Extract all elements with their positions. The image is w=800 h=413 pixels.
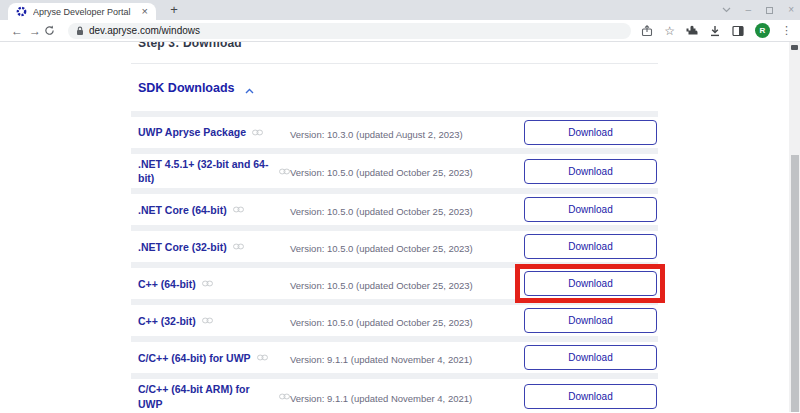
extensions-puzzle-icon[interactable]	[686, 25, 698, 37]
package-name: C/C++ (64-bit ARM) for UWP	[138, 382, 273, 410]
version-cell: Version: 9.1.1 (updated November 4, 2021…	[290, 388, 524, 406]
download-row: .NET 4.5.1+ (32-bit and 64-bit) Version:…	[131, 154, 658, 188]
package-name: .NET Core (64-bit)	[138, 203, 227, 217]
package-name: .NET 4.5.1+ (32-bit and 64-bit)	[138, 157, 273, 185]
package-cell: C++ (32-bit)	[138, 314, 290, 328]
download-cell: Download	[524, 345, 658, 370]
browser-window: Apryse Developer Portal × + – × ← →	[0, 0, 800, 413]
page-scrollbar[interactable]	[789, 42, 800, 412]
version-text: Version: 10.5.0 (updated October 25, 202…	[290, 167, 473, 178]
reload-button[interactable]	[44, 25, 62, 36]
browser-tab[interactable]: Apryse Developer Portal ×	[8, 3, 156, 20]
link-icon[interactable]	[202, 317, 213, 324]
link-icon[interactable]	[257, 354, 268, 361]
toolbar-actions: ☆ R ⋮	[641, 23, 792, 38]
download-cell: Download	[524, 120, 658, 145]
version-cell: Version: 9.1.1 (updated November 4, 2021…	[290, 349, 524, 367]
window-controls: – ×	[722, 0, 794, 20]
tab-title: Apryse Developer Portal	[33, 7, 140, 17]
share-icon[interactable]	[641, 25, 653, 37]
download-button[interactable]: Download	[524, 271, 657, 296]
step-heading: Step 3: Download	[138, 42, 658, 50]
url-text[interactable]: dev.apryse.com/windows	[89, 25, 200, 36]
window-close-button[interactable]: ×	[788, 5, 794, 15]
download-row: C++ (32-bit) Version: 10.5.0 (updated Oc…	[131, 305, 658, 336]
package-cell: .NET Core (32-bit)	[138, 240, 290, 254]
version-text: Version: 10.3.0 (updated August 2, 2023)	[290, 129, 463, 140]
bookmark-star-icon[interactable]: ☆	[664, 25, 675, 37]
content-divider	[131, 63, 658, 64]
version-cell: Version: 10.5.0 (updated October 25, 202…	[290, 238, 524, 256]
apryse-favicon-icon	[16, 6, 27, 17]
new-tab-button[interactable]: +	[166, 2, 182, 18]
version-text: Version: 9.1.1 (updated November 4, 2021…	[290, 393, 472, 404]
tab-close-icon[interactable]: ×	[140, 6, 150, 17]
section-title: SDK Downloads	[138, 81, 235, 95]
step-heading-clip: Step 3: Download	[138, 42, 658, 53]
download-cell: Download	[524, 308, 658, 333]
page-viewport: Step 3: Download SDK Downloads UWP Aprys…	[0, 42, 800, 412]
package-name: C/C++ (64-bit) for UWP	[138, 351, 251, 365]
download-cell: Download	[524, 271, 658, 296]
page-content: Step 3: Download SDK Downloads UWP Aprys…	[131, 42, 658, 412]
maximize-button[interactable]	[766, 7, 773, 14]
version-cell: Version: 10.3.0 (updated August 2, 2023)	[290, 124, 524, 142]
download-button[interactable]: Download	[524, 197, 657, 222]
version-text: Version: 9.1.1 (updated November 4, 2021…	[290, 354, 472, 365]
address-bar[interactable]: dev.apryse.com/windows	[68, 23, 631, 39]
side-panel-icon[interactable]	[732, 25, 744, 37]
browser-toolbar: ← → dev.apryse.com/windows ☆	[0, 20, 800, 42]
download-cell: Download	[524, 384, 658, 409]
profile-avatar[interactable]: R	[755, 23, 770, 38]
download-row: UWP Apryse Package Version: 10.3.0 (upda…	[131, 117, 658, 148]
scrollbar-thumb[interactable]	[791, 155, 799, 412]
download-row: C++ (64-bit) Version: 10.5.0 (updated Oc…	[131, 268, 658, 299]
link-icon[interactable]	[233, 243, 244, 250]
collapse-caret-icon[interactable]	[245, 84, 254, 96]
section-header[interactable]: SDK Downloads	[138, 81, 658, 95]
download-button[interactable]: Download	[524, 308, 657, 333]
version-text: Version: 10.5.0 (updated October 25, 202…	[290, 280, 473, 291]
package-cell: C/C++ (64-bit) for UWP	[138, 351, 290, 365]
forward-button[interactable]: →	[26, 24, 44, 38]
package-cell: UWP Apryse Package	[138, 125, 290, 139]
download-button[interactable]: Download	[524, 159, 657, 184]
version-cell: Version: 10.5.0 (updated October 25, 202…	[290, 312, 524, 330]
tab-strip: Apryse Developer Portal × + – ×	[0, 0, 800, 20]
browser-menu-icon[interactable]: ⋮	[781, 24, 792, 37]
package-cell: C/C++ (64-bit ARM) for UWP	[138, 382, 290, 410]
link-icon[interactable]	[233, 206, 244, 213]
download-button[interactable]: Download	[524, 345, 657, 370]
downloads-icon[interactable]	[709, 25, 721, 37]
minimize-button[interactable]: –	[746, 5, 752, 15]
download-row: C/C++ (64-bit ARM) for UWP Version: 9.1.…	[131, 379, 658, 412]
version-text: Version: 10.5.0 (updated October 25, 202…	[290, 317, 473, 328]
link-icon[interactable]	[279, 168, 290, 175]
download-row: C/C++ (64-bit) for UWP Version: 9.1.1 (u…	[131, 342, 658, 373]
package-name: C++ (32-bit)	[138, 314, 196, 328]
link-icon[interactable]	[252, 129, 263, 136]
download-button[interactable]: Download	[524, 234, 657, 259]
package-cell: .NET 4.5.1+ (32-bit and 64-bit)	[138, 157, 290, 185]
package-cell: .NET Core (64-bit)	[138, 203, 290, 217]
download-button[interactable]: Download	[524, 120, 657, 145]
link-icon[interactable]	[202, 280, 213, 287]
package-cell: C++ (64-bit)	[138, 277, 290, 291]
version-cell: Version: 10.5.0 (updated October 25, 202…	[290, 201, 524, 219]
package-name: .NET Core (32-bit)	[138, 240, 227, 254]
tab-search-chevron-icon[interactable]	[722, 7, 731, 13]
package-name: UWP Apryse Package	[138, 125, 246, 139]
download-row: .NET Core (64-bit) Version: 10.5.0 (upda…	[131, 194, 658, 225]
version-cell: Version: 10.5.0 (updated October 25, 202…	[290, 275, 524, 293]
version-text: Version: 10.5.0 (updated October 25, 202…	[290, 206, 473, 217]
version-text: Version: 10.5.0 (updated October 25, 202…	[290, 243, 473, 254]
package-name: C++ (64-bit)	[138, 277, 196, 291]
downloads-list: UWP Apryse Package Version: 10.3.0 (upda…	[131, 111, 658, 412]
padlock-icon	[76, 26, 84, 36]
version-cell: Version: 10.5.0 (updated October 25, 202…	[290, 162, 524, 180]
download-row: .NET Core (32-bit) Version: 10.5.0 (upda…	[131, 231, 658, 262]
download-button[interactable]: Download	[524, 384, 657, 409]
back-button[interactable]: ←	[8, 24, 26, 38]
link-icon[interactable]	[279, 393, 290, 400]
scrollbar-top-button[interactable]	[791, 45, 798, 50]
